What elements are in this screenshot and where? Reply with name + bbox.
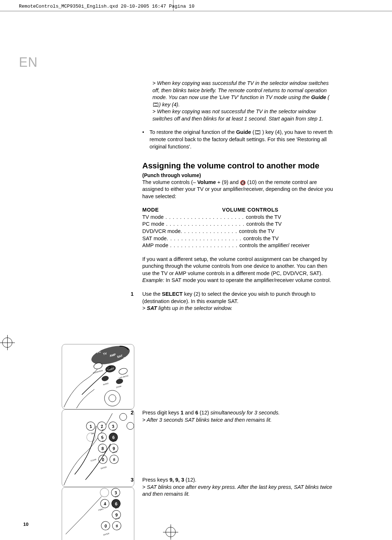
step-result: > After 3 seconds SAT blinks twice and t… — [142, 417, 334, 424]
svg-text:JKL: JKL — [102, 440, 105, 442]
registration-mark-bottom — [166, 527, 176, 537]
text: key (4). — [161, 102, 180, 107]
intro-paragraph: The volume controls (– Volume + (9) and … — [142, 179, 334, 200]
result-copy-fail: > When key copying was not successful th… — [152, 108, 334, 122]
svg-text:SHOWVIEW: SHOWVIEW — [93, 370, 103, 374]
svg-text:ENTER: ENTER — [101, 466, 107, 469]
text: + (9) and — [216, 179, 240, 185]
volume-word: Volume — [197, 179, 216, 185]
svg-text:DEF: DEF — [115, 495, 119, 498]
table-row: DVD/VCR mode. . . . . . . . . . . . . . … — [142, 228, 334, 235]
guide-word: Guide — [311, 94, 326, 100]
illustration-step3-4: 3DEF 4PQRS 6MNO 9WXYZ 0 # ENTER PC TV AM… — [62, 487, 134, 540]
main-content: > When key copying was successful the TV… — [142, 80, 334, 312]
registration-mark-left — [2, 338, 12, 348]
table-row: PC mode . . . . . . . . . . . . . . . . … — [142, 221, 334, 228]
svg-text:DEF: DEF — [112, 429, 116, 431]
svg-text:AUDIO: AUDIO — [103, 382, 109, 386]
col-mode: MODE — [142, 206, 222, 214]
svg-point-13 — [115, 378, 124, 385]
svg-point-12 — [101, 375, 109, 382]
table-row: SAT mode. . . . . . . . . . . . . . . . … — [142, 235, 334, 242]
svg-point-47 — [127, 422, 134, 430]
table-row: AMP mode . . . . . . . . . . . . . . . .… — [142, 242, 334, 249]
result-copy-success: > When key copying was successful the TV… — [152, 80, 334, 108]
svg-text:PQRS: PQRS — [98, 508, 104, 511]
select-word: SELECT — [162, 291, 183, 297]
file-header: RemoteControls_MCP9350i_English.qxd 20-1… — [19, 4, 195, 9]
svg-point-17 — [109, 394, 116, 402]
guide-word: Guide — [236, 129, 251, 135]
step-result: > SAT blinks once after every key press.… — [142, 484, 334, 498]
section-heading: Assigning the volume control to another … — [142, 160, 334, 171]
crop-tick-top — [173, 0, 173, 11]
step-2: 2 Press digit keys 1 and 6 (12) simultan… — [142, 409, 334, 424]
step-number: 1 — [131, 291, 142, 312]
section-subhead: (Punch through volume) — [142, 172, 334, 179]
text: > When key copying was successful the TV… — [152, 80, 329, 100]
punch-through-paragraph: If you want a different setup, the volum… — [142, 256, 334, 277]
svg-text:CLEAR: CLEAR — [90, 458, 97, 462]
step-3: 3 Press keys 9, 9, 3 (12). > SAT blinks … — [142, 476, 334, 498]
svg-point-9 — [118, 367, 128, 375]
mode-table: MODEVOLUME CONTROLS TV mode . . . . . . … — [142, 206, 334, 249]
svg-text:ENTER: ENTER — [103, 532, 110, 536]
step-1: 1 Use the SELECT key (2) to select the d… — [131, 291, 334, 312]
guide-grid-icon — [255, 130, 260, 134]
crop-line-top — [0, 11, 392, 11]
table-row: TV mode . . . . . . . . . . . . . . . . … — [142, 214, 334, 221]
language-badge: EN — [19, 55, 38, 70]
text: The volume controls (– — [142, 179, 197, 185]
svg-text:ZOOM: ZOOM — [116, 385, 122, 389]
example-line: Example: In SAT mode you want to operate… — [142, 277, 334, 284]
guide-grid-icon — [153, 103, 158, 107]
svg-point-48 — [99, 487, 110, 498]
text: To restore the original function of the — [150, 129, 236, 135]
page-number: 10 — [23, 521, 28, 527]
text: Use the — [142, 291, 162, 297]
col-volume: VOLUME CONTROLS — [222, 207, 278, 213]
bullet-dot: • — [142, 129, 150, 150]
bullet-restore: • To restore the original function of th… — [142, 129, 334, 150]
svg-point-46 — [119, 413, 127, 421]
illustration-step2: 1 2AB 3DEF GHI 5JKL 6MNO 8TUV 9WXYZ 0 # … — [62, 409, 134, 487]
svg-text:LIKE MUSIC: LIKE MUSIC — [119, 375, 129, 379]
illustration-step1: PC TV AMP SAT DVD SELECT SHOWVIEW LIKE M… — [62, 344, 134, 409]
mute-icon: 🔇 — [240, 180, 246, 186]
